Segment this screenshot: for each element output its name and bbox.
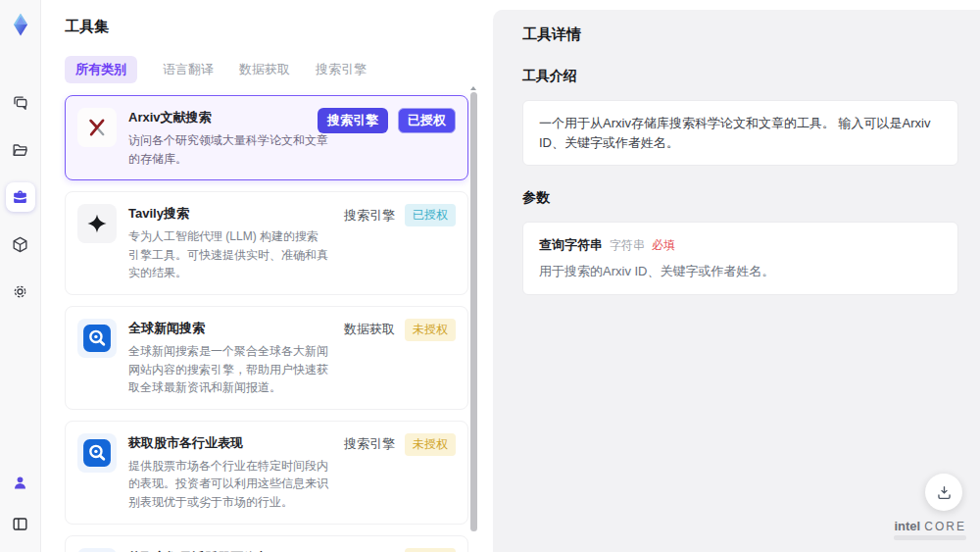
list-scrollbar[interactable]: [469, 86, 477, 548]
param-required-badge: 必填: [652, 237, 675, 254]
tool-description: 提供股票市场各个行业在特定时间段内的表现。投资者可以利用这些信息来识别表现优于或…: [128, 457, 329, 512]
cube-icon: [11, 235, 29, 254]
params-heading: 参数: [522, 189, 958, 207]
panel-toggle-icon: [11, 515, 29, 533]
chat-icon: [11, 94, 29, 113]
briefcase-icon: [11, 188, 29, 207]
sidebar-bottom: [6, 468, 35, 538]
param-head: 查询字符串 字符串 必填: [539, 236, 942, 254]
download-icon: [935, 483, 954, 502]
tool-card[interactable]: 获取股市各行业表现 提供股票市场各个行业在特定时间段内的表现。投资者可以利用这些…: [65, 421, 468, 525]
param-name: 查询字符串: [539, 236, 603, 254]
left-sidebar: [0, 0, 41, 552]
param-card: 查询字符串 字符串 必填 用于搜索的Arxiv ID、关键字或作者姓名。: [522, 222, 958, 295]
sidebar-item-chat[interactable]: [6, 88, 35, 118]
app-window: 工具集 所有类别 语言翻译 数据获取 搜索引擎 Arxiv文献搜索 访问各个研究…: [0, 0, 980, 552]
sidebar-item-files[interactable]: [6, 135, 35, 165]
tool-meta: 数据获取 未授权: [344, 319, 456, 341]
collapse-sidebar-button[interactable]: [6, 509, 35, 538]
tavily-icon: [77, 204, 117, 243]
tool-meta: 搜索引擎 已授权: [344, 204, 456, 226]
page-title: 工具集: [65, 18, 492, 36]
scroll-up-icon[interactable]: [470, 86, 476, 90]
brand-underline: [894, 535, 966, 540]
brand-core-text: CORE: [924, 520, 966, 533]
user-icon: [11, 474, 29, 492]
folder-icon: [11, 141, 29, 160]
tool-card[interactable]: Arxiv文献搜索 访问各个研究领域大量科学论文和文章的存储库。 搜索引擎 已授…: [65, 95, 468, 180]
sidebar-nav: [6, 88, 35, 306]
intro-heading: 工具介绍: [522, 68, 958, 85]
gear-icon: [11, 282, 29, 301]
tool-category-badge: 搜索引擎: [344, 435, 395, 453]
sidebar-item-tools[interactable]: [6, 182, 35, 212]
tool-list: Arxiv文献搜索 访问各个研究领域大量科学论文和文章的存储库。 搜索引擎 已授…: [65, 95, 468, 552]
tool-status-badge: 已授权: [398, 108, 456, 133]
download-button[interactable]: [925, 474, 962, 511]
tool-status-badge: 未授权: [405, 319, 456, 341]
intro-card: 一个用于从Arxiv存储库搜索科学论文和文章的工具。 输入可以是Arxiv ID…: [522, 100, 958, 166]
sidebar-item-packages[interactable]: [6, 229, 35, 259]
tab-search-engine[interactable]: 搜索引擎: [316, 61, 367, 78]
tool-meta: 搜索引擎 未授权: [344, 548, 456, 552]
user-avatar[interactable]: [6, 468, 35, 497]
tool-description: 访问各个研究领域大量科学论文和文章的存储库。: [128, 131, 339, 168]
details-title: 工具详情: [522, 25, 958, 44]
category-tabs: 所有类别 语言翻译 数据获取 搜索引擎: [65, 56, 492, 83]
qblue-icon: [77, 319, 117, 358]
tool-category-badge: 搜索引擎: [318, 108, 388, 133]
tool-card[interactable]: 全球新闻搜索 全球新闻搜索是一个聚合全球各大新闻网站内容的搜索引擎，帮助用户快速…: [65, 306, 468, 410]
arxiv-icon: [77, 108, 117, 147]
tool-card[interactable]: 获取市场最活跃股票信息 提供当天交易量最高的股票列表。投资者可以利用这些信息来识…: [65, 535, 468, 552]
tool-description: 全球新闻搜索是一个聚合全球各大新闻网站内容的搜索引擎，帮助用户快速获取全球最新资…: [128, 342, 329, 397]
tool-status-badge: 已授权: [405, 204, 456, 226]
tool-status-badge: 未授权: [405, 433, 456, 456]
tool-list-panel: 工具集 所有类别 语言翻译 数据获取 搜索引擎 Arxiv文献搜索 访问各个研究…: [41, 0, 492, 552]
brand-intel-text: intel: [894, 519, 920, 533]
tool-details-panel: 工具详情 工具介绍 一个用于从Arxiv存储库搜索科学论文和文章的工具。 输入可…: [493, 10, 980, 552]
app-logo-icon[interactable]: [8, 12, 33, 37]
tool-meta: 搜索引擎 已授权: [318, 108, 456, 133]
tool-status-badge: 未授权: [405, 548, 456, 552]
scrollbar-thumb[interactable]: [470, 92, 477, 531]
tool-card[interactable]: Tavily搜索 专为人工智能代理 (LLM) 构建的搜索引擎工具。可快速提供实…: [65, 191, 468, 295]
tool-meta: 搜索引擎 未授权: [344, 433, 456, 456]
param-type: 字符串: [610, 237, 645, 254]
tab-data-acquisition[interactable]: 数据获取: [239, 61, 290, 78]
tab-all-categories[interactable]: 所有类别: [65, 56, 137, 83]
tool-category-badge: 搜索引擎: [344, 207, 395, 225]
param-description: 用于搜索的Arxiv ID、关键字或作者姓名。: [539, 263, 942, 280]
tool-category-badge: 数据获取: [344, 321, 395, 338]
tool-description: 专为人工智能代理 (LLM) 构建的搜索引擎工具。可快速提供实时、准确和真实的结…: [128, 227, 329, 282]
intel-core-logo: intel CORE: [894, 519, 966, 540]
qblue-icon: [77, 433, 117, 473]
qblue-icon: [77, 548, 117, 552]
tab-language-translation[interactable]: 语言翻译: [163, 61, 214, 78]
sidebar-item-settings[interactable]: [6, 276, 35, 306]
